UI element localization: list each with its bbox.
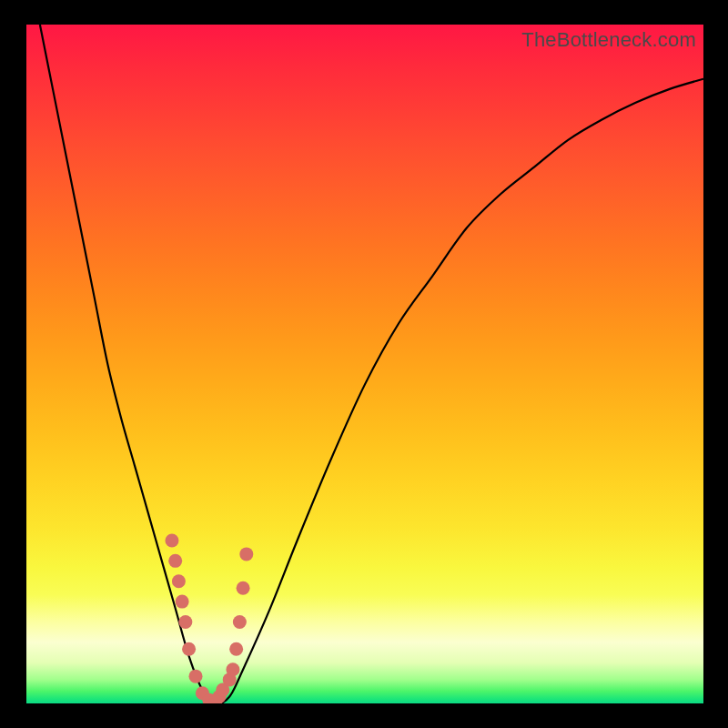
marker-dot <box>165 533 178 547</box>
marker-dot <box>182 642 196 656</box>
marker-dot <box>239 547 253 561</box>
chart-frame: TheBottleneck.com <box>0 0 728 728</box>
marker-dot <box>189 670 203 683</box>
marker-dot <box>233 615 247 629</box>
bottleneck-curve <box>40 25 703 703</box>
marker-dot <box>168 554 182 568</box>
plot-area: TheBottleneck.com <box>26 25 703 703</box>
marker-dot <box>237 581 250 595</box>
marker-dot <box>229 642 243 656</box>
marker-dot <box>178 615 192 629</box>
marker-dot <box>172 574 186 588</box>
marker-dot <box>176 595 189 609</box>
marker-dot <box>226 662 239 676</box>
curve-layer <box>26 25 703 703</box>
